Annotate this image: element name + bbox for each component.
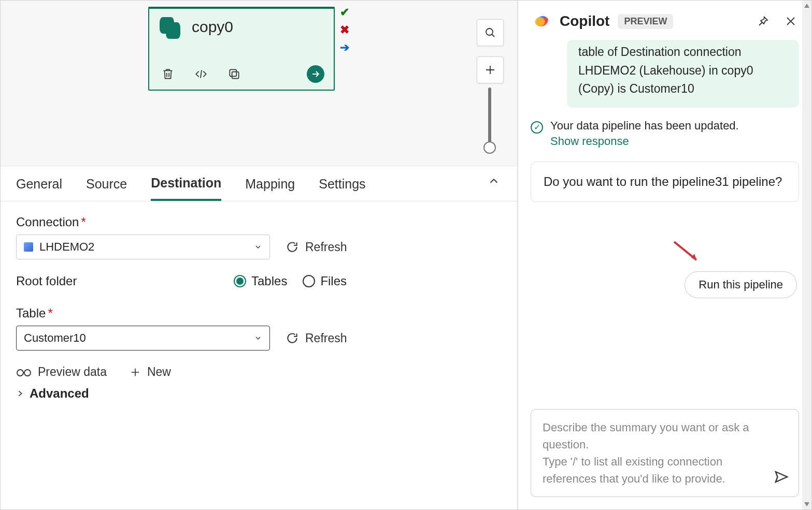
run-pipeline-chip[interactable]: Run this pipeline [685,271,797,298]
tab-mapping[interactable]: Mapping [245,177,295,200]
properties-tabs: General Source Destination Mapping Setti… [1,166,517,201]
canvas-search-button[interactable] [477,19,504,46]
root-folder-radio-group: Tables Files [234,274,347,288]
copilot-system-message: table of Destination connection LHDEMO2 … [567,40,799,108]
copy-activity-node[interactable]: copy0 [148,7,335,91]
collapse-panel-button[interactable] [488,176,500,189]
zoom-thumb[interactable] [483,141,496,154]
canvas-add-button[interactable] [477,56,504,83]
tab-settings[interactable]: Settings [319,177,365,200]
success-path-icon[interactable]: ✔ [340,7,349,18]
chevron-down-icon [254,331,262,345]
connection-value: LHDEMO2 [39,240,94,254]
table-label: Table* [16,306,502,320]
success-check-icon: ✓ [531,121,543,134]
clone-node-button[interactable] [225,65,244,83]
window-scrollbar[interactable] [802,1,811,509]
connection-label: Connection* [16,215,502,229]
annotation-arrow [672,239,703,267]
table-value: Customer10 [24,331,86,345]
node-title: copy0 [192,18,233,36]
copilot-title: Copilot [560,13,609,30]
copilot-question: Do you want to run the pipeline31 pipeli… [531,162,799,202]
destination-form: Connection* LHDEMO2 Refresh Root folder [1,201,517,414]
table-select[interactable]: Customer10 [16,326,270,351]
pipeline-canvas[interactable]: copy0 ✔ [1,1,517,166]
show-response-link[interactable]: Show response [550,135,799,148]
new-table-button[interactable]: New [130,365,171,379]
root-folder-files-option[interactable]: Files [303,274,347,288]
copilot-panel: Copilot PREVIEW table of Destination con… [517,1,811,509]
chevron-down-icon [254,240,262,254]
radio-selected-icon [234,275,246,287]
svg-point-2 [486,28,493,35]
preview-badge: PREVIEW [618,14,673,29]
copilot-chat: table of Destination connection LHDEMO2 … [518,36,811,402]
root-folder-tables-option[interactable]: Tables [234,274,287,288]
svg-rect-1 [230,69,236,76]
lakehouse-icon [24,242,33,252]
copilot-input[interactable]: Describe the summary you want or ask a q… [531,409,799,497]
refresh-connection-button[interactable]: Refresh [286,240,347,254]
copilot-status: ✓ Your data pipeline has been updated. [531,119,799,134]
refresh-table-button[interactable]: Refresh [286,331,347,345]
radio-unselected-icon [303,275,315,287]
root-folder-label: Root folder [16,274,99,288]
pin-icon[interactable] [757,15,769,27]
node-status-icons: ✔ ✖ ➔ [338,7,351,53]
zoom-slider[interactable] [488,88,491,144]
tab-source[interactable]: Source [86,177,127,200]
completion-path-icon[interactable]: ➔ [340,42,349,53]
failure-path-icon[interactable]: ✖ [340,24,349,36]
code-view-button[interactable] [192,65,210,83]
delete-node-button[interactable] [159,65,177,83]
svg-point-3 [17,370,23,376]
send-icon[interactable] [774,469,789,489]
copilot-placeholder: Describe the summary you want or ask a q… [543,421,749,485]
preview-data-button[interactable]: Preview data [16,365,107,379]
close-icon[interactable] [785,15,797,27]
tab-destination[interactable]: Destination [151,176,221,201]
copy-activity-icon [159,16,180,38]
svg-rect-0 [232,72,239,79]
run-node-button[interactable] [307,65,324,83]
copilot-logo-icon [533,12,551,31]
tab-general[interactable]: General [16,177,62,200]
svg-point-4 [24,370,31,376]
advanced-toggle[interactable]: Advanced [16,386,502,401]
connection-select[interactable]: LHDEMO2 [16,235,270,259]
